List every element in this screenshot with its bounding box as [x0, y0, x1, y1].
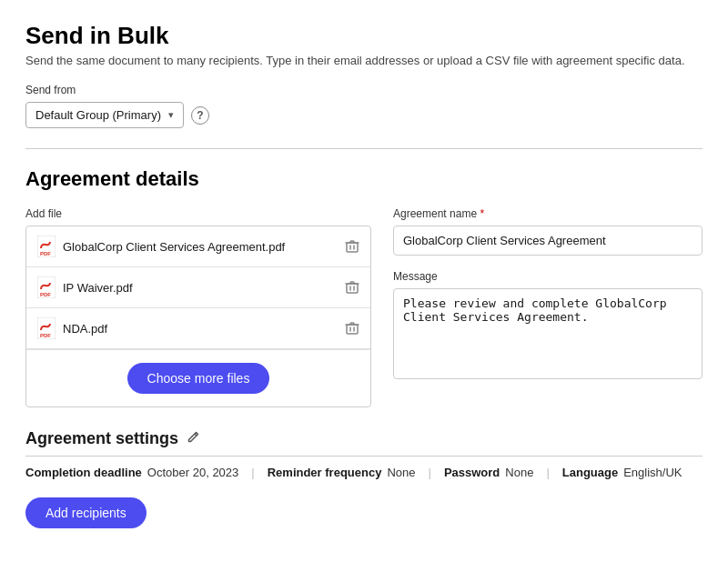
delete-file-icon[interactable]	[345, 280, 359, 295]
completion-deadline-value: October 20, 2023	[147, 466, 238, 479]
separator: |	[546, 466, 549, 479]
help-icon[interactable]: ?	[191, 106, 209, 125]
chevron-down-icon: ▾	[168, 109, 174, 121]
add-recipients-button[interactable]: Add recipients	[25, 497, 147, 528]
password-key: Password	[444, 466, 500, 479]
pdf-icon: PDF	[37, 276, 56, 298]
file-name: IP Waiver.pdf	[63, 281, 338, 295]
settings-divider	[25, 456, 703, 457]
send-from-label: Send from	[25, 84, 703, 96]
file-name: GlobalCorp Client Services Agreement.pdf	[63, 240, 338, 254]
pdf-icon: PDF	[37, 236, 56, 257]
settings-row: Completion deadline October 20, 2023 | R…	[25, 466, 703, 479]
svg-rect-8	[347, 325, 358, 334]
agreement-details-title: Agreement details	[25, 167, 703, 191]
required-indicator: *	[480, 207, 484, 220]
add-file-label: Add file	[25, 207, 371, 220]
edit-icon[interactable]	[186, 430, 200, 447]
agreement-settings-title: Agreement settings	[25, 429, 178, 448]
svg-rect-2	[347, 243, 358, 252]
reminder-frequency-key: Reminder frequency	[268, 466, 382, 479]
delete-file-icon[interactable]	[345, 239, 359, 254]
send-from-dropdown[interactable]: Default Group (Primary) ▾	[25, 102, 184, 128]
language-value: English/UK	[623, 466, 682, 479]
svg-text:PDF: PDF	[40, 251, 51, 256]
language-key: Language	[562, 466, 618, 479]
page-subtitle: Send the same document to many recipient…	[25, 54, 703, 67]
separator: |	[428, 466, 430, 479]
file-item: PDF IP Waiver.pdf	[26, 267, 370, 308]
message-textarea[interactable]: Please review and complete GlobalCorp Cl…	[393, 288, 703, 379]
choose-files-area: Choose more files	[26, 349, 370, 406]
file-item: PDF GlobalCorp Client Services Agreement…	[26, 226, 370, 267]
choose-more-files-button[interactable]: Choose more files	[127, 363, 270, 394]
svg-rect-5	[347, 284, 358, 293]
help-icon-label: ?	[197, 109, 203, 122]
svg-text:PDF: PDF	[40, 333, 51, 338]
page-title: Send in Bulk	[25, 22, 703, 50]
send-from-value: Default Group (Primary)	[35, 108, 161, 122]
message-label: Message	[393, 270, 703, 283]
file-item: PDF NDA.pdf	[26, 308, 370, 349]
file-name: NDA.pdf	[63, 322, 338, 336]
agreement-name-input[interactable]	[393, 226, 703, 256]
reminder-frequency-value: None	[387, 466, 415, 479]
delete-file-icon[interactable]	[345, 321, 359, 336]
file-list: PDF GlobalCorp Client Services Agreement…	[25, 226, 371, 407]
password-value: None	[505, 466, 533, 479]
pdf-icon: PDF	[37, 317, 56, 339]
svg-text:PDF: PDF	[40, 292, 51, 297]
agreement-name-label: Agreement name *	[393, 207, 703, 220]
separator: |	[251, 466, 254, 479]
completion-deadline-key: Completion deadline	[25, 466, 142, 479]
section-divider	[25, 148, 703, 149]
